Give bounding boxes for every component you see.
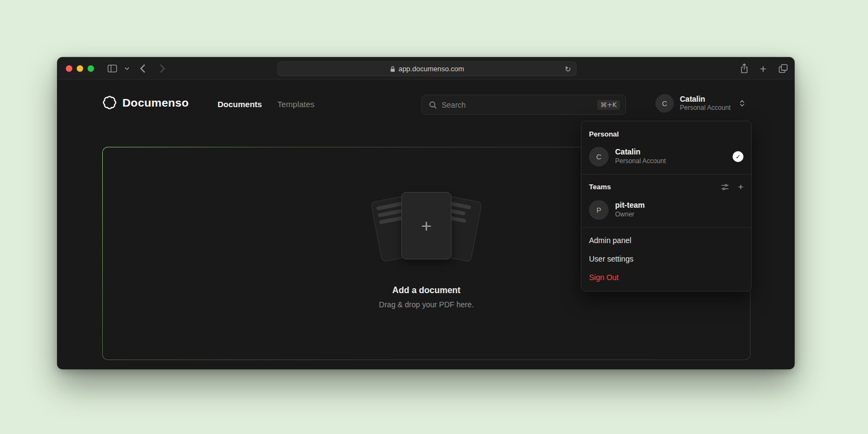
menu-item-sign-out[interactable]: Sign Out — [581, 268, 751, 287]
brand[interactable]: Documenso — [102, 95, 189, 110]
nav-documents[interactable]: Documents — [218, 100, 262, 109]
manage-teams-icon[interactable] — [721, 183, 729, 191]
share-icon[interactable] — [740, 63, 749, 73]
document-stack-illustration: + — [364, 191, 489, 267]
minimize-window-button[interactable] — [77, 65, 83, 72]
team-role: Owner — [615, 210, 644, 219]
account-type: Personal Account — [680, 104, 730, 113]
search-bar[interactable]: ⌘+K — [421, 95, 626, 115]
lock-icon — [390, 66, 395, 72]
tab-overview-icon[interactable] — [778, 64, 788, 73]
team-name: pit-team — [615, 201, 644, 210]
close-window-button[interactable] — [66, 65, 72, 72]
menu-item-team[interactable]: P pit-team Owner — [581, 196, 751, 224]
create-team-icon[interactable]: + — [738, 182, 743, 191]
dropzone-title: Add a document — [392, 286, 460, 295]
avatar: C — [589, 147, 609, 166]
search-shortcut-badge: ⌘+K — [597, 100, 620, 110]
zoom-window-button[interactable] — [88, 65, 94, 72]
account-name: Catalin — [680, 95, 730, 104]
browser-toolbar: app.documenso.com ↻ + — [57, 57, 795, 80]
teams-section-header: Teams + — [581, 178, 751, 196]
brand-name: Documenso — [122, 96, 189, 109]
menu-item-admin-panel[interactable]: Admin panel — [581, 231, 751, 250]
toolbar-chevron-down-icon[interactable] — [125, 66, 129, 70]
menu-item-personal-account[interactable]: C Catalin Personal Account ✓ — [581, 142, 751, 171]
avatar: C — [655, 94, 674, 113]
document-card-center: + — [401, 192, 451, 259]
account-menu-button[interactable]: C Catalin Personal Account — [655, 94, 746, 113]
address-bar[interactable]: app.documenso.com ↻ — [277, 61, 576, 76]
app-page: Documenso Documents Templates ⌘+K C Cata… — [57, 80, 795, 369]
plus-icon: + — [421, 216, 432, 235]
chevron-up-down-icon — [739, 99, 746, 108]
menu-item-user-settings[interactable]: User settings — [581, 250, 751, 268]
dropzone-subtitle: Drag & drop your PDF here. — [379, 300, 474, 309]
account-dropdown-menu: Personal C Catalin Personal Account ✓ Te… — [581, 121, 752, 292]
menu-divider — [581, 174, 751, 175]
forward-button[interactable] — [159, 64, 165, 73]
url-text: app.documenso.com — [399, 65, 464, 73]
refresh-icon[interactable]: ↻ — [565, 65, 571, 73]
check-icon: ✓ — [733, 151, 743, 162]
nav-templates[interactable]: Templates — [277, 100, 314, 109]
search-input[interactable] — [442, 101, 593, 109]
documenso-logo-icon — [102, 95, 117, 110]
search-icon — [429, 101, 437, 109]
menu-account-name: Catalin — [615, 147, 666, 157]
menu-account-type: Personal Account — [615, 157, 666, 166]
personal-section-label: Personal — [581, 123, 751, 142]
back-button[interactable] — [140, 64, 146, 73]
sidebar-toggle-icon[interactable] — [107, 64, 117, 73]
teams-section-label: Teams — [589, 183, 611, 191]
menu-divider — [581, 227, 751, 228]
avatar: P — [589, 200, 609, 220]
browser-window: app.documenso.com ↻ + Documenso — [57, 57, 795, 369]
new-tab-icon[interactable]: + — [760, 63, 766, 74]
